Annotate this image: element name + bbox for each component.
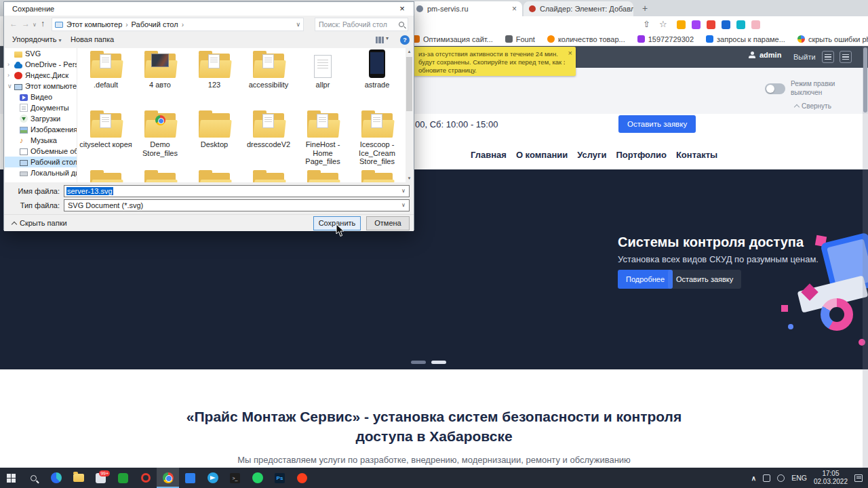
- file-item[interactable]: 4 авто: [134, 48, 186, 108]
- new-tab-button[interactable]: +: [639, 3, 651, 15]
- tree-item-downloads[interactable]: Загрузки: [5, 113, 77, 124]
- admin-user-button[interactable]: admin: [749, 51, 781, 59]
- file-item[interactable]: 123: [188, 48, 241, 108]
- extension-icon[interactable]: [677, 20, 686, 29]
- tree-item-this-pc[interactable]: ∨Этот компьютер: [5, 81, 77, 92]
- chevron-right-icon[interactable]: ›: [7, 72, 12, 79]
- file-item[interactable]: Desktop: [188, 108, 241, 167]
- breadcrumb-this-pc[interactable]: Этот компьютер: [66, 20, 122, 28]
- file-item-partial[interactable]: [351, 167, 403, 182]
- language-indicator[interactable]: ENG: [791, 474, 807, 482]
- taskbar-app-terminal[interactable]: >_: [224, 468, 246, 488]
- panel-settings-icon[interactable]: [822, 51, 834, 63]
- start-button[interactable]: [0, 468, 22, 488]
- up-icon[interactable]: ↑: [41, 19, 45, 28]
- organize-menu-button[interactable]: Упорядочить ▾: [12, 35, 62, 43]
- file-item[interactable]: Demo Store_files: [134, 108, 186, 167]
- filetype-select[interactable]: SVG Document (*.svg) ∨: [64, 199, 410, 211]
- header-request-button[interactable]: Оставить заявку: [618, 115, 696, 133]
- action-center-icon[interactable]: [854, 474, 863, 482]
- filename-dropdown-icon[interactable]: ∨: [399, 186, 408, 196]
- new-folder-button[interactable]: Новая папка: [71, 35, 114, 43]
- nav-link-portfolio[interactable]: Портфолио: [616, 150, 666, 160]
- taskbar-app-explorer[interactable]: [67, 468, 90, 488]
- hide-folders-button[interactable]: Скрыть папки: [12, 219, 67, 227]
- history-dropdown-icon[interactable]: ∨: [33, 22, 37, 28]
- tree-item-onedrive[interactable]: ›OneDrive - Person...: [5, 59, 77, 70]
- taskbar-app-photoshop[interactable]: Ps: [269, 468, 291, 488]
- taskbar-clock[interactable]: 17:05 02.03.2022: [814, 470, 848, 487]
- scrollbar-thumb[interactable]: [406, 57, 412, 111]
- file-item[interactable]: FineHost - Home Page_files: [296, 108, 349, 167]
- file-item-partial[interactable]: [134, 167, 186, 182]
- carousel-indicator[interactable]: [411, 361, 426, 364]
- file-item-partial[interactable]: [188, 167, 241, 182]
- nav-link-about[interactable]: О компании: [516, 150, 568, 160]
- taskbar-app-chrome[interactable]: [157, 468, 179, 488]
- file-item[interactable]: allpr: [296, 48, 349, 108]
- file-item-partial[interactable]: [242, 167, 295, 182]
- extension-icon[interactable]: [692, 20, 701, 29]
- taskbar-app-green[interactable]: [112, 468, 134, 488]
- chevron-right-icon[interactable]: ›: [7, 61, 12, 68]
- taskbar-app-opera[interactable]: [134, 468, 157, 488]
- bookmark-item[interactable]: скрыть ошибки ph...: [797, 35, 868, 43]
- tree-item-desktop-selected[interactable]: Рабочий стол: [5, 157, 77, 167]
- extension-icon[interactable]: [722, 20, 730, 29]
- tree-item-videos[interactable]: Видео: [5, 92, 77, 102]
- scroll-up-icon[interactable]: ▲: [406, 48, 413, 56]
- taskbar-app-edge[interactable]: [45, 468, 67, 488]
- extension-icon[interactable]: [707, 20, 715, 29]
- tree-item-pictures[interactable]: Изображения: [5, 124, 77, 135]
- tree-item-local-disk[interactable]: Локальный дис...: [5, 167, 77, 178]
- taskbar-app-whatsapp[interactable]: [246, 468, 269, 488]
- bookmark-item[interactable]: Fount: [505, 35, 535, 43]
- tab-close-icon[interactable]: ×: [512, 5, 517, 13]
- scrollbar-thumb[interactable]: [863, 47, 867, 113]
- file-list-scrollbar[interactable]: ▲ ▼: [406, 48, 413, 182]
- file-item[interactable]: dresscodeV2: [242, 108, 295, 167]
- dialog-close-button[interactable]: ×: [391, 2, 414, 16]
- bookmark-star-icon[interactable]: ☆: [659, 19, 667, 29]
- address-breadcrumb[interactable]: Этот компьютер › Рабочий стол › ∨: [52, 18, 304, 31]
- panel-edit-icon[interactable]: [840, 51, 852, 63]
- taskbar-app-badged[interactable]: 99+: [90, 468, 112, 488]
- tree-item-music[interactable]: ♪Музыка: [5, 135, 77, 146]
- breadcrumb-dropdown-icon[interactable]: ∨: [296, 21, 300, 28]
- file-item[interactable]: astrade: [351, 48, 403, 108]
- tray-expand-icon[interactable]: ∧: [751, 474, 756, 482]
- filetype-dropdown-icon[interactable]: ∨: [399, 201, 408, 210]
- tree-item-svg[interactable]: SVG: [5, 48, 77, 59]
- file-item[interactable]: Icescoop - Ice_Cream Store_files: [351, 108, 403, 167]
- tab-slider-editor[interactable]: Слайдер: Элемент: Добавление ×: [524, 1, 633, 16]
- carousel-indicator-active[interactable]: [431, 361, 446, 364]
- cancel-button[interactable]: Отмена: [366, 216, 410, 230]
- help-icon[interactable]: ?: [400, 35, 410, 45]
- view-dropdown-icon[interactable]: ▾: [386, 35, 389, 41]
- bookmark-item[interactable]: запросы к параме...: [706, 35, 785, 43]
- edit-mode-toggle[interactable]: [765, 83, 785, 94]
- logout-button[interactable]: Выйти: [793, 53, 816, 61]
- collapse-panel-button[interactable]: Свернуть: [795, 102, 835, 110]
- extension-icon[interactable]: [751, 20, 760, 29]
- view-options-icon[interactable]: [376, 37, 384, 43]
- extension-icon[interactable]: [736, 20, 745, 29]
- chevron-down-icon[interactable]: ∨: [7, 83, 12, 89]
- nav-link-contacts[interactable]: Контакты: [676, 150, 717, 160]
- nav-link-services[interactable]: Услуги: [577, 150, 606, 160]
- tray-icon[interactable]: [763, 474, 770, 482]
- taskbar-app-telegram[interactable]: [201, 468, 224, 488]
- tab-pm-servis[interactable]: pm-servis.ru ×: [411, 1, 522, 16]
- breadcrumb-desktop[interactable]: Рабочий стол: [132, 20, 178, 28]
- hero-request-button[interactable]: Оставить заявку: [668, 270, 741, 289]
- file-item[interactable]: accessibility: [242, 48, 295, 108]
- taskbar-app-yandex[interactable]: [291, 468, 313, 488]
- tree-item-documents[interactable]: Документы: [5, 102, 77, 113]
- file-item[interactable]: cityselect корея: [79, 108, 132, 167]
- file-item-partial[interactable]: [296, 167, 349, 182]
- page-scrollbar[interactable]: [863, 46, 868, 468]
- bookmark-item[interactable]: 15972729302: [637, 35, 694, 43]
- hero-more-button[interactable]: Подробнее: [618, 270, 673, 289]
- bookmark-item[interactable]: количество товар...: [547, 35, 625, 43]
- scroll-down-icon[interactable]: ▼: [406, 175, 413, 182]
